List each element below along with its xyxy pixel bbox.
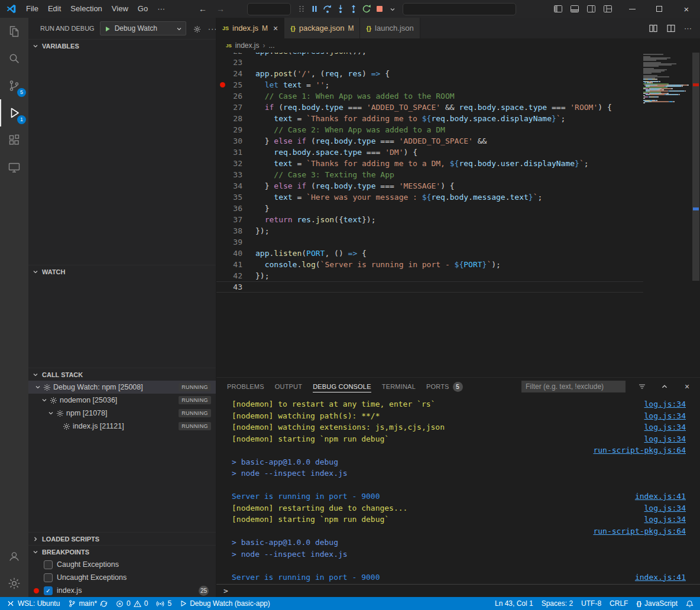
- filter-options-icon[interactable]: [636, 382, 648, 391]
- code-line-43[interactable]: 43: [216, 281, 643, 293]
- call-stack-section-header[interactable]: CALL STACK: [28, 368, 216, 381]
- code-line-30[interactable]: 30 } else if (req.body.type === 'ADDED_T…: [216, 135, 643, 147]
- source-location-link[interactable]: log.js:34: [644, 504, 686, 512]
- panel-tab-terminal[interactable]: TERMINAL: [382, 378, 416, 395]
- cursor-position[interactable]: Ln 43, Col 1: [491, 597, 537, 610]
- eol-selector[interactable]: CRLF: [605, 597, 632, 610]
- minimap[interactable]: [643, 53, 692, 377]
- debug-console-input[interactable]: >: [216, 584, 700, 597]
- minimize-button[interactable]: [618, 0, 646, 18]
- accounts-icon[interactable]: [0, 543, 28, 570]
- call-stack-row[interactable]: npm [21078]RUNNING: [28, 407, 216, 420]
- code-editor[interactable]: 22app.use(express.json());2324app.post('…: [216, 53, 700, 377]
- go-forward-icon[interactable]: →: [216, 4, 225, 14]
- panel-tab-ports[interactable]: PORTS5: [426, 378, 463, 395]
- source-location-link[interactable]: log.js:34: [644, 411, 686, 420]
- code-line-32[interactable]: 32 text = `Thanks for adding me to a DM,…: [216, 158, 643, 169]
- breadcrumb-symbol[interactable]: ...: [268, 41, 274, 50]
- start-debugging-icon[interactable]: [104, 24, 111, 33]
- remote-explorer-icon[interactable]: [0, 154, 28, 181]
- close-button[interactable]: ×: [673, 0, 700, 18]
- command-center-search-box[interactable]: [403, 3, 516, 15]
- encoding[interactable]: UTF-8: [577, 597, 605, 610]
- panel-tab-problems[interactable]: PROBLEMS: [227, 378, 264, 395]
- breakpoint-checkbox[interactable]: ✓: [44, 586, 53, 595]
- search-icon[interactable]: [0, 45, 28, 72]
- debug-config-dropdown[interactable]: Debug Watch: [100, 21, 186, 35]
- debug-toolbar-grip[interactable]: [296, 3, 307, 15]
- problems-status[interactable]: 0 0: [112, 597, 152, 610]
- git-branch-status[interactable]: main*: [64, 597, 112, 610]
- source-location-link[interactable]: log.js:34: [644, 400, 686, 408]
- menu-go[interactable]: Go: [133, 0, 153, 18]
- code-line-35[interactable]: 35 text = `Here was your message : ${req…: [216, 192, 643, 203]
- maximize-panel-icon[interactable]: [659, 383, 670, 390]
- code-line-24[interactable]: 24app.post('/', (req, res) => {: [216, 68, 643, 79]
- breakpoint-dot[interactable]: [220, 82, 225, 87]
- code-line-34[interactable]: 34 } else if (req.body.type === 'MESSAGE…: [216, 180, 643, 192]
- go-back-icon[interactable]: ←: [199, 4, 207, 14]
- debug-settings-gear-icon[interactable]: [193, 24, 201, 33]
- breakpoint-row[interactable]: Caught Exceptions: [28, 558, 216, 571]
- call-stack-row[interactable]: nodemon [25036]RUNNING: [28, 394, 216, 407]
- call-stack-row[interactable]: Debug Watch: npm [25008]RUNNING: [28, 381, 216, 394]
- run-and-debug-icon[interactable]: 1: [0, 99, 28, 126]
- language-mode[interactable]: {} JavaScript: [632, 597, 682, 610]
- scrollbar-thumb[interactable]: [692, 53, 699, 281]
- restart-icon[interactable]: [361, 3, 372, 15]
- step-into-icon[interactable]: [335, 3, 346, 15]
- toggle-panel-icon[interactable]: [570, 4, 579, 14]
- watch-section-header[interactable]: WATCH: [28, 265, 216, 278]
- loaded-scripts-section-header[interactable]: LOADED SCRIPTS: [28, 532, 216, 545]
- code-line-28[interactable]: 28 text = `Thanks for adding me to ${req…: [216, 113, 643, 124]
- source-location-link[interactable]: index.js:41: [635, 492, 686, 501]
- panel-tab-output[interactable]: OUTPUT: [275, 378, 302, 395]
- toggle-sidebar-icon[interactable]: [553, 4, 563, 14]
- menu-view[interactable]: View: [107, 0, 133, 18]
- explorer-icon[interactable]: [0, 18, 28, 45]
- source-control-icon[interactable]: 5: [0, 72, 28, 99]
- code-line-39[interactable]: 39: [216, 236, 643, 248]
- breadcrumb[interactable]: JS index.js › ...: [216, 38, 700, 53]
- breakpoint-checkbox[interactable]: [44, 560, 53, 569]
- open-changes-icon[interactable]: [649, 23, 658, 33]
- code-line-37[interactable]: 37 return res.json({text});: [216, 214, 643, 225]
- breakpoint-checkbox[interactable]: [44, 573, 53, 582]
- command-center-left-box[interactable]: [247, 3, 291, 15]
- tab-package.json[interactable]: {}package.jsonM: [284, 18, 360, 38]
- code-line-29[interactable]: 29 // Case 2: When App was added to a DM: [216, 124, 643, 135]
- settings-gear-icon[interactable]: [0, 570, 28, 597]
- code-line-33[interactable]: 33 // Case 3: Texting the App: [216, 169, 643, 180]
- code-line-38[interactable]: 38});: [216, 225, 643, 236]
- notifications-bell-icon[interactable]: [682, 597, 698, 610]
- menu-selection[interactable]: Selection: [66, 0, 106, 18]
- more-actions-icon[interactable]: ···: [684, 24, 692, 33]
- code-line-31[interactable]: 31 req.body.space.type === 'DM') {: [216, 147, 643, 158]
- code-line-23[interactable]: 23: [216, 57, 643, 68]
- step-over-icon[interactable]: [322, 3, 333, 15]
- code-line-42[interactable]: 42});: [216, 270, 643, 281]
- code-line-25[interactable]: 25 let text = '';: [216, 79, 643, 90]
- customize-layout-icon[interactable]: [603, 4, 612, 14]
- menu-file[interactable]: File: [21, 0, 43, 18]
- console-filter-input[interactable]: [521, 381, 626, 392]
- breakpoints-section-header[interactable]: BREAKPOINTS: [28, 545, 216, 558]
- code-line-41[interactable]: 41 console.log(`Server is running in por…: [216, 259, 643, 270]
- panel-tab-debug-console[interactable]: DEBUG CONSOLE: [313, 378, 371, 395]
- code-line-26[interactable]: 26 // Case 1: When App was added to the …: [216, 90, 643, 102]
- breakpoint-row[interactable]: Uncaught Exceptions: [28, 571, 216, 584]
- code-line-40[interactable]: 40app.listen(PORT, () => {: [216, 248, 643, 259]
- editor-scrollbar[interactable]: [692, 53, 700, 377]
- source-location-link[interactable]: run-script-pkg.js:64: [593, 527, 686, 536]
- source-location-link[interactable]: log.js:34: [644, 423, 686, 431]
- step-out-icon[interactable]: [348, 3, 359, 15]
- menu-edit[interactable]: Edit: [43, 0, 66, 18]
- debug-status[interactable]: Debug Watch (basic-app): [176, 597, 274, 610]
- source-location-link[interactable]: run-script-pkg.js:64: [593, 446, 686, 455]
- breadcrumb-file[interactable]: index.js: [235, 41, 260, 50]
- sidebar-more-actions-icon[interactable]: ···: [208, 24, 216, 33]
- call-stack-row[interactable]: index.js [21121]RUNNING: [28, 420, 216, 433]
- stop-dropdown-chevron-icon[interactable]: [387, 3, 398, 15]
- forwarded-ports-status[interactable]: 5: [152, 597, 176, 610]
- source-location-link[interactable]: log.js:34: [644, 434, 686, 443]
